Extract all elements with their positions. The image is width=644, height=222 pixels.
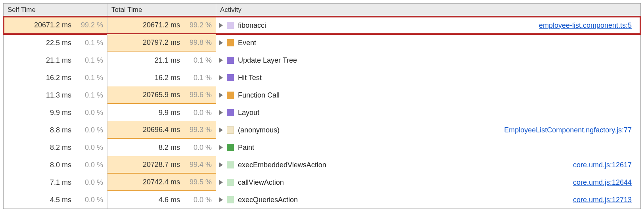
activity-cell: Paint xyxy=(216,139,640,156)
total-time-ms: 20671.2 ms xyxy=(143,21,183,29)
self-time-ms: 22.5 ms xyxy=(46,39,75,47)
expand-icon[interactable] xyxy=(219,197,223,202)
self-time-cell: 4.5 ms0.0 % xyxy=(4,191,107,209)
expand-icon[interactable] xyxy=(219,23,223,28)
category-swatch xyxy=(227,74,234,81)
table-row[interactable]: 8.8 ms0.0 %20696.4 ms99.3 %(anonymous)Em… xyxy=(4,121,640,139)
expand-icon[interactable] xyxy=(219,93,223,98)
activity-name: Paint xyxy=(238,144,254,152)
self-time-pct: 0.0 % xyxy=(75,178,103,187)
activity-cell: Layout xyxy=(216,104,640,121)
self-time-ms: 8.0 ms xyxy=(50,161,75,169)
self-time-ms: 8.2 ms xyxy=(50,144,75,152)
source-link[interactable]: employee-list.component.ts:5 xyxy=(539,21,636,30)
table-row[interactable]: 7.1 ms0.0 %20742.4 ms99.5 %callViewActio… xyxy=(4,174,640,191)
self-time-ms: 16.2 ms xyxy=(46,74,75,82)
total-time-pct: 0.0 % xyxy=(183,144,212,152)
table-row[interactable]: 22.5 ms0.1 %20797.2 ms99.8 %Event xyxy=(4,34,640,52)
table-row[interactable]: 16.2 ms0.1 %16.2 ms0.1 %Hit Test xyxy=(4,69,640,86)
activity-cell: (anonymous)EmployeeListComponent.ngfacto… xyxy=(216,121,640,139)
expand-icon[interactable] xyxy=(219,145,223,150)
activity-cell: Event xyxy=(216,34,640,52)
activity-name: fibonacci xyxy=(238,21,266,30)
self-time-pct: 0.0 % xyxy=(75,109,103,117)
activity-cell: Hit Test xyxy=(216,69,640,86)
category-swatch xyxy=(227,126,234,134)
total-time-pct: 0.0 % xyxy=(183,109,212,117)
total-time-ms: 21.1 ms xyxy=(155,56,183,65)
activity-cell: fibonacciemployee-list.component.ts:5 xyxy=(216,17,640,34)
activity-name: Event xyxy=(238,39,256,47)
source-link[interactable]: core.umd.js:12713 xyxy=(573,196,636,204)
expand-icon[interactable] xyxy=(219,128,223,132)
header-self-time[interactable]: Self Time xyxy=(4,4,107,16)
total-time-ms: 20765.9 ms xyxy=(143,91,183,99)
self-time-cell: 16.2 ms0.1 % xyxy=(4,69,107,86)
self-time-pct: 0.0 % xyxy=(75,196,103,204)
total-time-pct: 99.4 % xyxy=(183,161,212,169)
total-time-pct: 0.1 % xyxy=(183,74,212,82)
source-link[interactable]: core.umd.js:12644 xyxy=(573,178,636,187)
activity-name: Layout xyxy=(238,109,259,117)
self-time-ms: 8.8 ms xyxy=(50,126,75,134)
self-time-cell: 11.3 ms0.1 % xyxy=(4,86,107,104)
self-time-ms: 4.5 ms xyxy=(50,196,75,204)
table-row[interactable]: 21.1 ms0.1 %21.1 ms0.1 %Update Layer Tre… xyxy=(4,52,640,69)
total-time-pct: 99.5 % xyxy=(183,178,212,186)
table-row[interactable]: 20671.2 ms99.2 %20671.2 ms99.2 %fibonacc… xyxy=(4,17,640,34)
table-row[interactable]: 9.9 ms0.0 %9.9 ms0.0 %Layout xyxy=(4,104,640,121)
expand-icon[interactable] xyxy=(219,110,223,115)
activity-name: Update Layer Tree xyxy=(238,56,297,65)
self-time-ms: 9.9 ms xyxy=(50,109,75,117)
header-activity[interactable]: Activity xyxy=(216,4,640,16)
self-time-pct: 0.1 % xyxy=(75,39,103,47)
total-time-cell: 16.2 ms0.1 % xyxy=(107,69,216,86)
self-time-cell: 8.2 ms0.0 % xyxy=(4,139,107,156)
total-time-ms: 4.6 ms xyxy=(159,196,183,204)
self-time-pct: 0.1 % xyxy=(75,74,103,82)
table-header: Self Time Total Time Activity xyxy=(4,4,640,17)
total-time-cell: 8.2 ms0.0 % xyxy=(107,139,216,156)
activity-name: Function Call xyxy=(238,91,280,100)
category-swatch xyxy=(227,144,234,151)
source-link[interactable]: core.umd.js:12617 xyxy=(573,161,636,169)
table-row[interactable]: 8.0 ms0.0 %20728.7 ms99.4 %execEmbeddedV… xyxy=(4,156,640,174)
expand-icon[interactable] xyxy=(219,40,223,45)
category-swatch xyxy=(227,92,234,99)
activity-name: (anonymous) xyxy=(238,126,280,134)
category-swatch xyxy=(227,57,234,64)
total-time-cell: 20728.7 ms99.4 % xyxy=(107,156,216,174)
self-time-ms: 21.1 ms xyxy=(46,56,75,65)
total-time-cell: 9.9 ms0.0 % xyxy=(107,104,216,121)
self-time-cell: 9.9 ms0.0 % xyxy=(4,104,107,121)
self-time-pct: 0.0 % xyxy=(75,144,103,152)
activity-cell: Update Layer Tree xyxy=(216,52,640,69)
category-swatch xyxy=(227,109,234,116)
self-time-ms: 11.3 ms xyxy=(46,91,75,100)
source-link[interactable]: EmployeeListComponent.ngfactory.js:77 xyxy=(504,126,636,134)
self-time-ms: 7.1 ms xyxy=(50,178,75,187)
self-time-cell: 22.5 ms0.1 % xyxy=(4,34,107,52)
category-swatch xyxy=(227,196,234,203)
activity-cell: execEmbeddedViewsActioncore.umd.js:12617 xyxy=(216,156,640,174)
self-time-pct: 0.0 % xyxy=(75,161,103,169)
total-time-cell: 20797.2 ms99.8 % xyxy=(107,34,216,52)
table-row[interactable]: 8.2 ms0.0 %8.2 ms0.0 %Paint xyxy=(4,139,640,156)
total-time-ms: 16.2 ms xyxy=(155,74,183,82)
header-total-time[interactable]: Total Time xyxy=(107,4,216,16)
self-time-pct: 0.1 % xyxy=(75,91,103,100)
self-time-ms: 20671.2 ms xyxy=(34,21,75,29)
total-time-pct: 0.1 % xyxy=(183,56,212,65)
expand-icon[interactable] xyxy=(219,180,223,185)
table-row[interactable]: 4.5 ms0.0 %4.6 ms0.0 %execQueriesActionc… xyxy=(4,191,640,209)
expand-icon[interactable] xyxy=(219,58,223,63)
expand-icon[interactable] xyxy=(219,75,223,80)
total-time-pct: 99.8 % xyxy=(183,38,212,47)
table-row[interactable]: 11.3 ms0.1 %20765.9 ms99.6 %Function Cal… xyxy=(4,86,640,104)
total-time-pct: 0.0 % xyxy=(183,196,212,204)
expand-icon[interactable] xyxy=(219,163,223,167)
table-body: 20671.2 ms99.2 %20671.2 ms99.2 %fibonacc… xyxy=(4,17,640,209)
total-time-ms: 20797.2 ms xyxy=(143,38,183,47)
total-time-cell: 20671.2 ms99.2 % xyxy=(107,17,216,34)
total-time-cell: 20742.4 ms99.5 % xyxy=(107,174,216,191)
